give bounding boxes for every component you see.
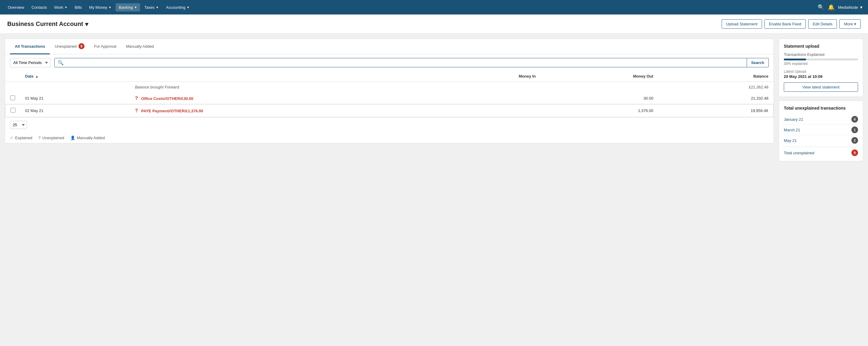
explained-check-icon: ✓ <box>10 136 13 140</box>
tab-manually-added[interactable]: Manually Added <box>121 39 159 54</box>
right-panel: Statement upload Transactions Explained … <box>779 39 863 161</box>
chevron-icon: ▼ <box>156 6 159 9</box>
search-icon[interactable]: 🔍 <box>817 4 824 10</box>
upload-statement-button[interactable]: Upload Statement <box>722 19 762 29</box>
username-label: MediaNode <box>838 5 858 10</box>
table-header-row: Date ▲ Money In Money Out Balance <box>5 71 773 82</box>
transaction-date: 02 May 21 <box>20 105 130 117</box>
progress-bar-background <box>784 59 858 60</box>
transaction-table: Date ▲ Money In Money Out Balance Balanc… <box>5 71 774 117</box>
total-unexplained-label[interactable]: Total unexplained <box>784 151 814 155</box>
tab-unexplained[interactable]: Unexplained 9 <box>50 39 89 54</box>
legend-manually-added: 👤 Manually Added <box>70 136 105 140</box>
more-button[interactable]: More ▾ <box>839 19 861 29</box>
latest-upload-date: 20 May 2021 at 10:09 <box>784 74 858 79</box>
statement-upload-title: Statement upload <box>784 44 858 49</box>
chevron-icon: ▼ <box>65 6 68 9</box>
unexplained-item-may: May 21 2 <box>784 135 858 146</box>
more-chevron-icon: ▾ <box>854 22 856 26</box>
nav-item-accounting[interactable]: Accounting ▼ <box>163 3 192 11</box>
chevron-icon: ▼ <box>187 6 189 9</box>
transactions-explained-label: Transactions Explained <box>784 52 858 57</box>
money-in-column-header: Money In <box>436 71 540 82</box>
month-link-mar[interactable]: March 21 <box>784 128 800 132</box>
search-button[interactable]: Search <box>747 58 768 67</box>
nav-label-work: Work <box>54 5 63 10</box>
row-checkbox[interactable] <box>10 108 16 113</box>
month-link-jan[interactable]: January 21 <box>784 117 803 122</box>
balance-column-header: Balance <box>658 71 773 82</box>
checkbox-header <box>5 71 20 82</box>
unexplained-icon[interactable]: ? <box>135 96 138 101</box>
nav-item-work[interactable]: Work ▼ <box>51 3 71 11</box>
bell-icon[interactable]: 🔔 <box>828 4 835 10</box>
money-out-column-header: Money Out <box>540 71 658 82</box>
progress-percentage: 30% explained <box>784 62 858 66</box>
nav-item-mymoney[interactable]: My Money ▼ <box>86 3 114 11</box>
unexplained-item-jan: January 21 6 <box>784 114 858 125</box>
count-badge-mar: 1 <box>851 126 858 133</box>
month-link-may[interactable]: May 21 <box>784 138 797 143</box>
transaction-description-cell: ? Office Costs//OTHER/£30.00 <box>130 92 436 105</box>
period-select[interactable]: All Time Periods This Month Last Month T… <box>10 58 51 67</box>
manually-added-person-icon: 👤 <box>70 136 75 140</box>
empty-cell <box>436 82 540 93</box>
nav-item-overview[interactable]: Overview <box>5 3 27 11</box>
enable-bank-feed-button[interactable]: Enable Bank Feed <box>765 19 806 29</box>
top-nav: Overview Contacts Work ▼ Bills My Money … <box>0 0 868 15</box>
money-out-value: 30.00 <box>540 92 658 105</box>
search-icon: 🔍 <box>55 60 67 65</box>
empty-cell <box>20 82 130 93</box>
unexplained-icon[interactable]: ? <box>135 108 138 113</box>
main-layout: All Transactions Unexplained 9 For Appro… <box>0 34 868 166</box>
count-badge-jan: 6 <box>851 116 858 122</box>
nav-label-contacts: Contacts <box>31 5 47 10</box>
row-checkbox[interactable] <box>10 95 15 100</box>
progress-bar-fill <box>784 59 806 60</box>
tab-all-transactions[interactable]: All Transactions <box>10 39 50 54</box>
date-column-header[interactable]: Date ▲ <box>20 71 130 82</box>
nav-label-overview: Overview <box>8 5 24 10</box>
unexplained-question-icon: ? <box>38 136 40 140</box>
empty-cell <box>540 82 658 93</box>
view-latest-statement-button[interactable]: View latest statement <box>784 82 858 92</box>
unexplained-list: January 21 6 March 21 1 May 21 2 <box>784 114 858 146</box>
legend-explained: ✓ Explained <box>10 136 32 140</box>
unexplained-item-mar: March 21 1 <box>784 125 858 135</box>
page-header: Business Current Account ▾ Upload Statem… <box>0 15 868 34</box>
user-chevron-icon: ▼ <box>859 5 863 10</box>
latest-upload-label: Latest Upload <box>784 69 858 74</box>
page-size-select[interactable]: 25 10 50 100 <box>10 121 27 129</box>
account-title: Business Current Account <box>7 21 83 27</box>
empty-cell <box>5 82 20 93</box>
nav-item-taxes[interactable]: Taxes ▼ <box>141 3 162 11</box>
nav-items: Overview Contacts Work ▼ Bills My Money … <box>5 3 817 11</box>
tab-label-unexplained: Unexplained <box>55 44 76 49</box>
search-input[interactable] <box>67 58 747 67</box>
money-in-value <box>436 105 540 117</box>
nav-user[interactable]: MediaNode ▼ <box>838 5 863 10</box>
transaction-link[interactable]: Office Costs//OTHER/£30.00 <box>141 96 193 101</box>
table-row: 02 May 21 ? PAYE Payment//OTHER/£1,376.0… <box>5 105 773 117</box>
page-title[interactable]: Business Current Account ▾ <box>7 21 88 28</box>
left-panel: All Transactions Unexplained 9 For Appro… <box>5 39 774 143</box>
unexplained-card-title: Total unexplained transactions <box>784 106 858 111</box>
tabs: All Transactions Unexplained 9 For Appro… <box>5 39 774 54</box>
statement-upload-card: Statement upload Transactions Explained … <box>779 39 863 97</box>
nav-label-banking: Banking <box>119 5 133 10</box>
edit-details-button[interactable]: Edit Details <box>808 19 837 29</box>
tab-label-all: All Transactions <box>15 44 45 49</box>
transaction-link[interactable]: PAYE Payment//OTHER/£1,376.00 <box>141 109 203 113</box>
chevron-icon: ▼ <box>134 6 137 9</box>
balance-forward-label: Balance brought Forward <box>130 82 436 93</box>
count-badge-may: 2 <box>851 137 858 144</box>
nav-label-accounting: Accounting <box>166 5 185 10</box>
legend-unexplained: ? Unexplained <box>38 136 64 140</box>
nav-item-contacts[interactable]: Contacts <box>28 3 50 11</box>
tab-for-approval[interactable]: For Approval <box>89 39 121 54</box>
nav-item-bills[interactable]: Bills <box>72 3 85 11</box>
transaction-description-cell: ? PAYE Payment//OTHER/£1,376.00 <box>130 105 436 117</box>
unexplained-label: Unexplained <box>42 136 64 140</box>
nav-item-banking[interactable]: Banking ▼ <box>116 3 140 11</box>
search-area: 🔍 Search <box>54 58 769 67</box>
